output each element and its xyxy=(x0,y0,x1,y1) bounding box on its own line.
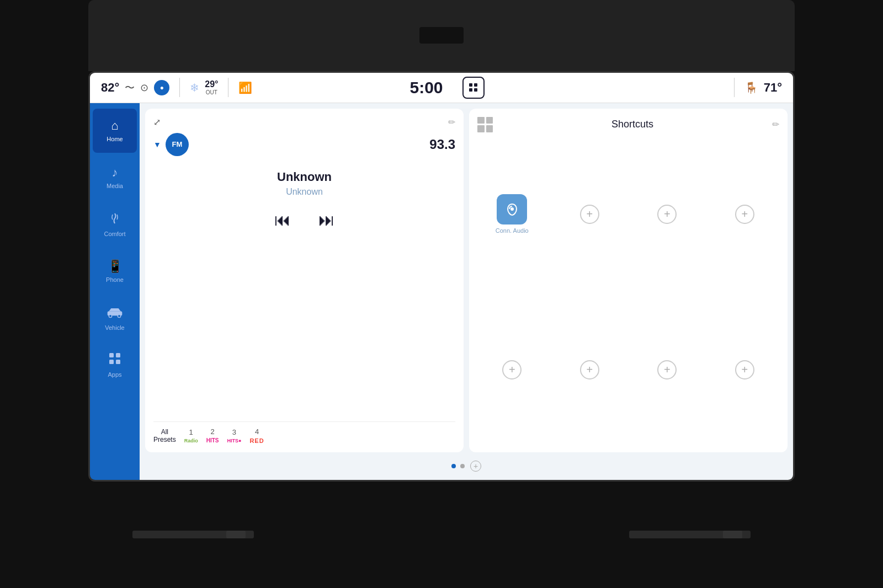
add-shortcut-icon-2: + xyxy=(580,205,599,224)
prev-track-button[interactable]: ⏮ xyxy=(274,211,291,229)
add-shortcut-icon-6: + xyxy=(580,360,599,379)
sidebar-item-phone-label: Phone xyxy=(106,276,124,283)
shortcut-empty-2[interactable]: + xyxy=(555,141,625,288)
apps-icon xyxy=(108,352,121,368)
add-shortcut-icon-7: + xyxy=(657,360,677,379)
sidebar-item-vehicle-label: Vehicle xyxy=(105,324,124,331)
music-icon: ♪ xyxy=(112,165,118,180)
outside-temp: 29° OUT xyxy=(205,79,218,95)
fm-badge[interactable]: FM xyxy=(166,133,189,156)
page-indicators: + xyxy=(145,458,788,474)
wifi-icon: 📶 xyxy=(238,81,252,94)
sidebar-item-apps-label: Apps xyxy=(108,371,121,378)
preset-3[interactable]: 3 HITS● xyxy=(227,428,241,443)
connected-audio-label: Conn. Audio xyxy=(496,227,529,234)
sidebar-item-apps[interactable]: Apps xyxy=(93,343,137,387)
right-temp: 71° xyxy=(764,81,782,95)
status-right: 🪑 71° xyxy=(485,78,782,97)
shortcuts-grid: Conn. Audio + + + xyxy=(477,141,779,444)
airflow-icon: ● xyxy=(154,80,169,95)
connected-audio-icon xyxy=(497,194,527,224)
shortcut-empty-7[interactable]: + xyxy=(632,296,702,443)
fan-icon: 〜 xyxy=(125,81,135,94)
svg-rect-6 xyxy=(116,360,120,364)
fm-selector: ▼ FM 93.3 xyxy=(153,133,455,156)
radio-edit-icon[interactable]: ✏ xyxy=(448,117,455,127)
panels-row: ⤢ ✏ ▼ FM 93.3 Unknown Unknown xyxy=(145,109,788,452)
presets-bar: AllPresets 1 Radio 2 HITS 3 H xyxy=(153,421,455,444)
svg-point-1 xyxy=(109,315,111,318)
sidebar-item-vehicle[interactable]: Vehicle xyxy=(93,296,137,340)
page-dot-1[interactable] xyxy=(451,464,456,468)
add-shortcut-icon-5: + xyxy=(502,360,522,379)
main-area: ⌂ Home ♪ Media xyxy=(90,103,793,480)
shortcuts-header: Shortcuts ✏ xyxy=(477,117,779,132)
svg-point-2 xyxy=(118,315,120,318)
comfort-icon xyxy=(108,212,121,228)
shortcut-empty-3[interactable]: + xyxy=(632,141,702,288)
preset-1[interactable]: 1 Radio xyxy=(184,428,198,443)
status-left: 82° 〜 ⊙ ● ❄ 29° OUT 📶 xyxy=(101,78,398,97)
page-dot-2[interactable] xyxy=(460,464,465,468)
frequency-display: 93.3 xyxy=(429,137,455,152)
svg-rect-4 xyxy=(116,353,120,357)
content-area: ⤢ ✏ ▼ FM 93.3 Unknown Unknown xyxy=(140,103,793,480)
next-track-button[interactable]: ⏭ xyxy=(318,211,335,229)
band-arrow[interactable]: ▼ xyxy=(153,140,161,149)
seat-icon: 🪑 xyxy=(744,81,758,94)
expand-icon[interactable]: ⤢ xyxy=(153,117,161,127)
grid-icon xyxy=(469,83,477,92)
snowflake-icon: ❄ xyxy=(190,81,199,94)
vent-right xyxy=(629,531,751,538)
shortcut-empty-6[interactable]: + xyxy=(555,296,625,443)
divider-3 xyxy=(734,78,735,97)
preset-4[interactable]: 4 RED xyxy=(249,427,264,444)
divider-2 xyxy=(228,78,228,97)
track-info: Unknown Unknown xyxy=(153,170,455,197)
sidebar-item-home[interactable]: ⌂ Home xyxy=(93,109,137,153)
qr-icon xyxy=(477,117,493,132)
add-page-button[interactable]: + xyxy=(470,461,481,472)
infotainment-screen: 82° 〜 ⊙ ● ❄ 29° OUT 📶 5:00 xyxy=(88,71,795,482)
sidebar-item-media[interactable]: ♪ Media xyxy=(93,156,137,200)
svg-point-7 xyxy=(510,207,514,211)
sidebar-item-comfort[interactable]: Comfort xyxy=(93,202,137,247)
sidebar: ⌂ Home ♪ Media xyxy=(90,103,140,480)
shortcut-empty-4[interactable]: + xyxy=(710,141,780,288)
track-artist: Unknown xyxy=(153,187,455,197)
add-shortcut-icon-3: + xyxy=(657,205,677,224)
shortcuts-title: Shortcuts xyxy=(493,119,772,130)
sidebar-item-media-label: Media xyxy=(107,183,123,189)
status-bar: 82° 〜 ⊙ ● ❄ 29° OUT 📶 5:00 xyxy=(90,73,793,103)
radio-panel-top-bar: ⤢ ✏ xyxy=(153,117,455,127)
svg-rect-5 xyxy=(109,360,114,364)
phone-icon: 📱 xyxy=(108,259,123,274)
add-shortcut-icon-4: + xyxy=(735,205,754,224)
shortcut-connected-audio[interactable]: Conn. Audio xyxy=(477,141,547,288)
shortcut-empty-8[interactable]: + xyxy=(710,296,780,443)
add-shortcut-icon-8: + xyxy=(735,360,754,379)
sidebar-item-comfort-label: Comfort xyxy=(104,231,125,237)
radio-panel: ⤢ ✏ ▼ FM 93.3 Unknown Unknown xyxy=(145,109,464,452)
shortcuts-edit-icon[interactable]: ✏ xyxy=(772,119,779,130)
status-center: 5:00 xyxy=(398,77,484,99)
all-presets-button[interactable]: AllPresets xyxy=(153,428,176,443)
playback-controls: ⏮ ⏭ xyxy=(153,211,455,229)
grid-button[interactable] xyxy=(462,77,485,99)
sidebar-item-home-label: Home xyxy=(107,136,123,142)
bottom-bezel xyxy=(88,482,795,588)
vent-left xyxy=(132,531,254,538)
sidebar-item-phone[interactable]: 📱 Phone xyxy=(93,249,137,293)
divider-1 xyxy=(179,78,180,97)
track-title: Unknown xyxy=(153,170,455,184)
shortcuts-panel: Shortcuts ✏ xyxy=(469,109,788,452)
recirculation-icon: ⊙ xyxy=(140,82,148,94)
svg-rect-3 xyxy=(109,353,114,357)
vehicle-icon xyxy=(106,305,124,322)
clock: 5:00 xyxy=(409,78,443,97)
preset-2[interactable]: 2 HITS xyxy=(206,427,219,443)
home-icon: ⌂ xyxy=(111,119,118,133)
left-temp: 82° xyxy=(101,81,119,95)
shortcut-empty-5[interactable]: + xyxy=(477,296,547,443)
